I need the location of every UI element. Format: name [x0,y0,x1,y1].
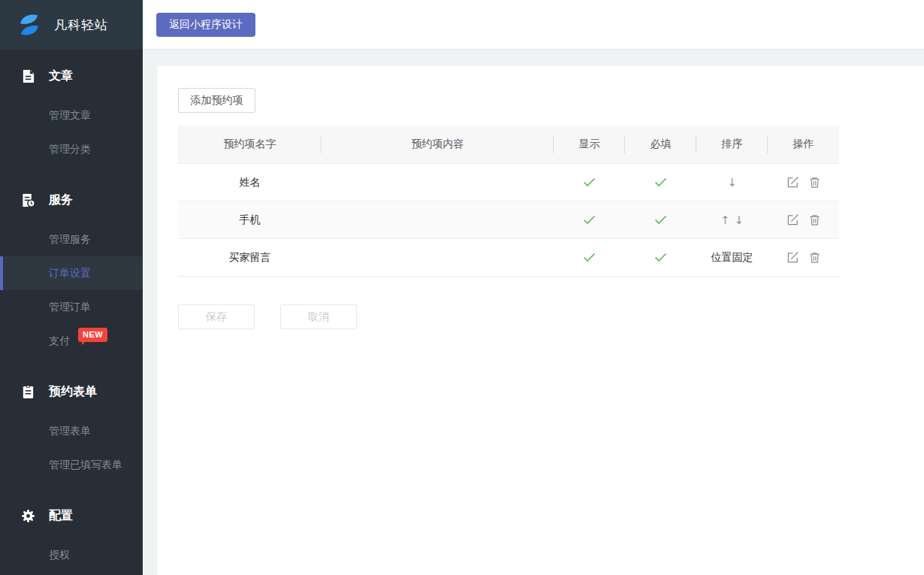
nav-section-label: 文章 [49,68,73,84]
cancel-button[interactable]: 取消 [280,304,357,329]
delete-icon[interactable] [808,251,821,264]
article-icon [21,69,35,83]
column-header-sort: 排序 [696,126,768,163]
booking-item-content [322,201,554,238]
sidebar-item-manage-articles[interactable]: 管理文章 [0,98,143,132]
edit-icon[interactable] [787,251,799,264]
new-badge: NEW [78,328,107,342]
edit-icon[interactable] [787,213,799,226]
column-header-name: 预约项名字 [178,126,322,163]
move-down-icon[interactable]: ↓ [732,213,747,227]
column-header-show: 显示 [554,126,625,163]
booking-item-name: 姓名 [178,164,322,201]
form-icon [21,385,35,399]
sidebar-item-payment[interactable]: 支付NEW [0,324,143,358]
check-icon [583,177,596,187]
booking-item-content [322,239,554,276]
sidebar-header: 凡科轻站 [0,0,143,50]
add-booking-item-button[interactable]: 添加预约项 [178,88,255,113]
booking-item-name: 手机 [178,201,322,238]
nav-section-title-articles: 文章 [0,59,143,93]
column-header-actions: 操作 [768,126,839,163]
check-icon [654,177,667,187]
sidebar-nav: 文章 管理文章 管理分类 服 [0,50,143,572]
booking-items-table: 预约项名字 预约项内容 显示 必填 排序 操作 姓名 ↓ [178,126,839,277]
nav-section-config: 配置 授权 [0,499,143,572]
nav-section-label: 服务 [49,192,73,208]
check-icon [654,253,667,262]
nav-section-label: 配置 [49,508,73,524]
service-icon [21,193,35,207]
nav-section-services: 服务 管理服务 订单设置 管理订单 支付NEW [0,183,143,358]
check-icon [654,215,667,225]
brand-logo-icon [15,11,44,39]
sort-fixed-label: 位置固定 [711,251,753,265]
sidebar-item-authorization[interactable]: 授权 [0,538,143,572]
topbar: 返回小程序设计 [143,0,924,50]
nav-section-title-services: 服务 [0,183,143,217]
content-panel: 添加预约项 预约项名字 预约项内容 显示 必填 排序 操作 姓名 ↓ [157,66,924,575]
nav-section-title-booking-forms: 预约表单 [0,375,143,409]
back-to-miniprogram-design-button[interactable]: 返回小程序设计 [156,13,255,37]
check-icon [583,215,596,225]
app-title: 凡科轻站 [54,17,108,34]
save-button[interactable]: 保存 [178,304,255,329]
content-background: 添加预约项 预约项名字 预约项内容 显示 必填 排序 操作 姓名 ↓ [143,50,924,575]
column-header-content: 预约项内容 [322,126,554,163]
move-up-icon[interactable]: ↑ [718,213,732,227]
nav-section-booking-forms: 预约表单 管理表单 管理已填写表单 [0,375,143,482]
footer-buttons: 保存 取消 [178,304,924,329]
check-icon [583,253,596,262]
nav-section-articles: 文章 管理文章 管理分类 [0,59,143,166]
table-row-phone: 手机 ↑ ↓ [178,201,839,238]
sidebar-item-manage-forms[interactable]: 管理表单 [0,414,143,448]
sidebar-item-manage-services[interactable]: 管理服务 [0,222,143,256]
nav-section-title-config: 配置 [0,499,143,533]
move-down-icon[interactable]: ↓ [725,176,739,189]
delete-icon[interactable] [808,176,821,189]
table-header-row: 预约项名字 预约项内容 显示 必填 排序 操作 [178,126,839,163]
booking-item-content [322,164,554,201]
sidebar: 凡科轻站 文章 管理文章 管理分类 [0,0,143,575]
table-row-buyer-message: 买家留言 位置固定 [178,238,839,276]
booking-item-name: 买家留言 [178,239,322,276]
column-header-required: 必填 [625,126,696,163]
gear-icon [21,509,35,523]
delete-icon[interactable] [808,213,821,226]
edit-icon[interactable] [787,176,799,189]
nav-section-label: 预约表单 [49,384,97,400]
table-row-name: 姓名 ↓ [178,163,839,201]
sidebar-item-manage-orders[interactable]: 管理订单 [0,290,143,324]
sidebar-item-manage-categories[interactable]: 管理分类 [0,132,143,166]
sidebar-item-order-settings[interactable]: 订单设置 [0,256,143,290]
sidebar-item-manage-submitted-forms[interactable]: 管理已填写表单 [0,448,143,482]
